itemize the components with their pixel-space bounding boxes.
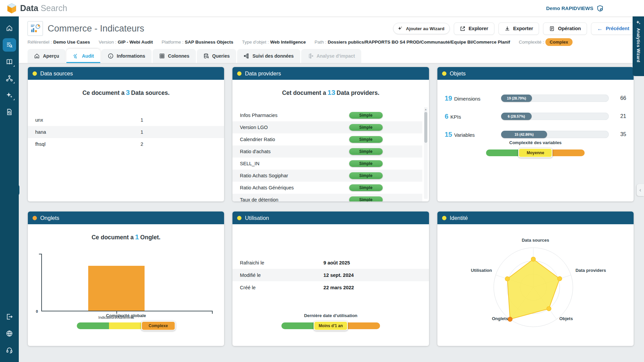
add-to-wizard-button[interactable]: Ajouter au Wizard [393,23,450,34]
right-panel-collapse-button[interactable]: ‹ [637,184,644,196]
home-icon [34,53,40,59]
card-header: Data providers [232,67,429,80]
usage-scale: Moins d'1 an [232,321,429,330]
sidebar-item-doc-audit[interactable] [3,105,16,119]
onglets-bar-chart: 0 Indicateurs Adhérents [41,254,213,311]
tab-apercu[interactable]: Aperçu [28,49,65,63]
card-identite: Identité Data sources Data providers Obj… [437,212,634,346]
complexity-pill: Simple [349,136,383,143]
complexity-pill: Simple [349,196,383,201]
data-sources-table: unx1 hana1 fhsql2 [28,114,224,150]
status-dot-yellow [442,71,446,76]
exporter-button[interactable]: Exporter [498,22,539,35]
stat-row: 19Dimensions 19 (28.79%) 66 [437,89,634,107]
tab-queries[interactable]: Queries [197,49,236,63]
scrollbar[interactable]: ▲ [424,107,428,199]
sidebar-item-catalog[interactable] [3,55,16,68]
sidebar-item-support[interactable] [3,344,16,357]
webi-document-icon [28,21,43,36]
top-bar: Data Search Demo RAPIDVIEWS [0,0,644,16]
list-item: Version LGOSimple [232,121,422,133]
scrollbar-thumb[interactable] [424,112,427,143]
data-sources-statement: Ce document a3Data sources. [28,88,224,97]
home-icon [6,24,13,32]
main-area: Commerce - Indicateurs Ajouter au Wizard… [19,16,644,362]
bar-indicateurs-adherents [88,266,145,311]
status-dot-yellow [33,71,37,76]
meta-path: Path :Dossiers publics/RAPPORTS BO S4 PR… [315,40,510,45]
scale-segment-green [486,149,518,156]
sidebar-item-lineage[interactable] [3,72,16,85]
meta-referentiel: Référentiel :Demo Use Cases [28,40,90,45]
radar-axis-label: Onglets [480,316,520,321]
progress-fill: 6 (28.57%) [501,113,532,120]
headset-icon [6,347,13,354]
database-search-icon [203,53,209,59]
list-item: Ratio Achats GénériquesSimple [232,182,422,194]
status-dot-yellow [237,216,241,220]
list-item: SELL_INSimple [232,158,422,170]
submenu-indicator [13,82,15,83]
scale-segment-green [77,322,109,329]
left-sidebar [0,16,19,362]
explorer-button[interactable]: Explorer [454,22,494,35]
objects-stats: 19Dimensions 19 (28.79%) 66 6KPIs 6 (28.… [437,89,634,143]
radar-axis-label: Data sources [437,238,634,243]
download-icon [504,26,510,32]
dashboard-content: Data sources Ce document a3Data sources.… [19,63,644,346]
sparkles-icon [636,20,641,25]
progress-track: 19 (28.79%) [501,95,609,102]
list-item: Infos PharmaciesSimple [232,109,422,121]
tab-informations[interactable]: Informations [101,49,152,63]
tab-colonnes[interactable]: Colonnes [153,49,196,63]
radar-axis-label: Data providers [576,268,606,273]
sparkles-icon [6,92,13,99]
sidebar-item-logout[interactable] [3,310,16,323]
metadata-row: Référentiel :Demo Use Cases Version :GIP… [28,40,635,45]
card-header: Data sources [28,67,224,80]
complexity-pill: Simple [349,160,383,167]
user-label: Demo RAPIDVIEWS [546,5,593,11]
operation-button[interactable]: Opération [543,22,587,35]
user-menu[interactable]: Demo RAPIDVIEWS [546,5,604,12]
progress-track: 15 (42.86%) [501,131,609,138]
app-title: Data Search [20,3,67,13]
list-item: Ratio Achats SogipharSimple [232,170,422,182]
status-dot-orange [33,216,37,220]
card-objets: Objets 19Dimensions 19 (28.79%) 66 6KPIs… [437,67,634,201]
sidebar-item-home[interactable] [3,21,16,35]
submenu-indicator [13,65,15,67]
meta-platforme: Platforme :SAP Business Objects [162,40,233,45]
meta-type-objet: Type d'objet :Web Intelligence [242,40,306,45]
onglets-statement: Ce document a1Onglet. [28,233,224,241]
usage-dates-table: Rafraichi le9 août 2025 Modifié le12 sep… [232,256,429,294]
table-row: fhsql2 [28,138,224,150]
analytics-wizard-tab[interactable]: Analytics Wizard [633,16,644,76]
complexity-pill: Simple [349,184,383,191]
sidebar-item-language[interactable] [3,327,16,340]
complexity-pill: Simple [349,112,383,119]
page-header: Commerce - Indicateurs Ajouter au Wizard… [19,16,644,63]
card-data-sources: Data sources Ce document a3Data sources.… [28,67,224,201]
meta-complexite: Complexité :Complex [519,40,573,45]
app-logo: Data Search [7,3,67,14]
scale-segment-orange: Complexe [141,321,175,330]
scale-segment-orange [552,149,585,156]
info-icon [108,53,114,59]
shield-user-icon [596,5,604,12]
list-item: Calendrier RatioSimple [232,133,422,145]
arrow-left-icon: ← [597,26,603,32]
table-row: Rafraichi le9 août 2025 [232,256,429,269]
complexity-pill: Simple [349,148,383,155]
tab-audit[interactable]: Audit [66,49,100,63]
precedent-button[interactable]: ← Précédent [591,22,635,35]
tab-analyse-impact: Analyse d'impact [301,49,362,63]
tab-suivi-donnees[interactable]: Suivi des données [237,49,300,63]
variables-complexity-indicator: Complexité des variables Moyenne [437,140,634,158]
y-axis-tick [39,254,42,254]
stat-row: 6KPIs 6 (28.57%) 21 [437,107,634,125]
scroll-up-icon[interactable]: ▲ [424,108,428,111]
sidebar-item-ai[interactable] [3,88,16,102]
sidebar-item-data-search[interactable] [3,38,16,52]
list-item: Ratio d'achatsSimple [232,145,422,158]
